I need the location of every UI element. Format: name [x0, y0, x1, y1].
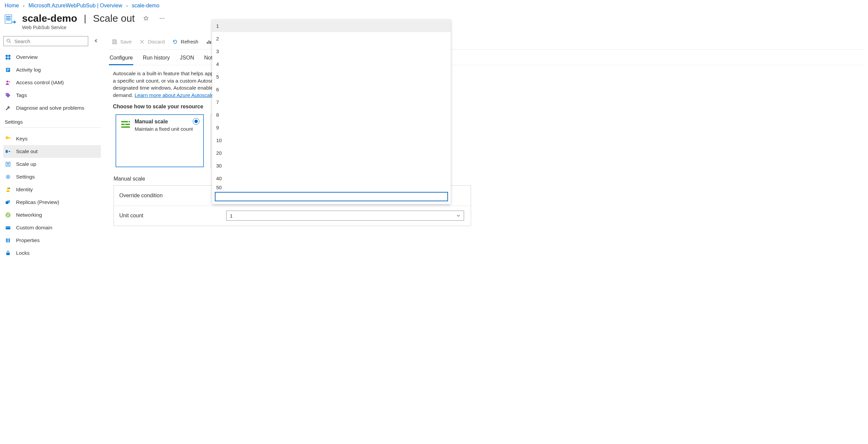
- svg-rect-46: [121, 124, 125, 125]
- page-title-name: scale-demo: [22, 13, 77, 24]
- svg-rect-2: [6, 16, 11, 17]
- sidebar-item-label: Identity: [16, 186, 33, 193]
- sidebar-item-label: Activity log: [16, 67, 41, 73]
- sidebar-item-keys[interactable]: Keys: [3, 132, 101, 145]
- refresh-button[interactable]: Refresh: [172, 39, 198, 45]
- sidebar-item-tags[interactable]: Tags: [3, 89, 101, 101]
- svg-rect-31: [7, 200, 10, 203]
- sidebar-item-props[interactable]: Properties: [3, 234, 101, 247]
- sidebar-item-network[interactable]: Networking: [3, 209, 101, 221]
- svg-rect-38: [8, 238, 9, 242]
- sidebar-item-overview[interactable]: Overview: [3, 51, 101, 63]
- grid-icon: [5, 54, 11, 61]
- breadcrumb-resource[interactable]: scale-demo: [132, 3, 159, 9]
- dropdown-option[interactable]: 8: [212, 108, 451, 121]
- dropdown-option[interactable]: 5: [212, 70, 451, 83]
- unit-count-value: 1: [230, 213, 232, 219]
- lock-icon: [5, 250, 11, 257]
- sidebar-item-label: Access control (IAM): [16, 80, 64, 86]
- discard-icon: [139, 39, 145, 45]
- save-icon: [112, 39, 118, 45]
- manual-scale-card[interactable]: Manual scale Maintain a fixed unit count: [116, 114, 204, 167]
- dropdown-option[interactable]: 4: [212, 58, 451, 70]
- tab-json[interactable]: JSON: [179, 53, 195, 65]
- unit-count-select[interactable]: 1: [226, 211, 464, 221]
- breadcrumb-overview[interactable]: Microsoft.AzureWebPubSub | Overview: [28, 3, 122, 9]
- svg-line-9: [10, 41, 11, 43]
- discard-button[interactable]: Discard: [139, 39, 165, 45]
- sidebar-item-scaleup[interactable]: Scale up: [3, 158, 101, 171]
- dropdown-option[interactable]: 10: [212, 134, 451, 146]
- more-actions-icon[interactable]: [157, 14, 167, 23]
- dropdown-option[interactable]: 6: [212, 83, 451, 96]
- breadcrumb: Home › Microsoft.AzureWebPubSub | Overvi…: [0, 0, 868, 11]
- sidebar-search-input[interactable]: [14, 38, 85, 45]
- sidebar-item-iam[interactable]: Access control (IAM): [3, 76, 101, 89]
- svg-point-7: [164, 18, 164, 19]
- dropdown-option[interactable]: 9: [212, 121, 451, 134]
- main-content: Save Discard Refresh Lo C: [101, 35, 868, 226]
- dropdown-option[interactable]: 3: [212, 45, 451, 58]
- page-subtitle: Web PubSub Service: [22, 25, 167, 30]
- sidebar-item-replicas[interactable]: Replicas (Preview): [3, 196, 101, 209]
- unit-count-dropdown[interactable]: 1234567891020304050: [212, 20, 451, 204]
- breadcrumb-sep-icon: ›: [126, 3, 128, 8]
- manual-scale-radio[interactable]: [193, 118, 199, 125]
- dropdown-option[interactable]: 1: [212, 20, 451, 32]
- sidebar-item-label: Overview: [16, 54, 38, 60]
- search-icon: [6, 38, 11, 44]
- svg-rect-40: [6, 253, 10, 255]
- bars-icon: [5, 237, 11, 244]
- svg-point-20: [6, 94, 7, 95]
- card-icon: [5, 224, 11, 231]
- dropdown-option[interactable]: 30: [212, 159, 451, 172]
- sidebar-item-locks[interactable]: Locks: [3, 247, 101, 260]
- page-title-page: Scale out: [93, 13, 135, 24]
- tag-icon: [5, 92, 11, 99]
- sidebar-item-activity[interactable]: Activity log: [3, 63, 101, 76]
- sidebar-item-label: Settings: [16, 174, 35, 180]
- sidebar-item-settings[interactable]: Settings: [3, 171, 101, 183]
- sidebar-item-label: Locks: [16, 250, 30, 256]
- favorite-star-icon[interactable]: [141, 14, 151, 23]
- svg-rect-24: [10, 138, 10, 139]
- dropdown-option[interactable]: 40: [212, 172, 451, 184]
- sidebar-item-identity[interactable]: Identity: [3, 183, 101, 196]
- svg-rect-25: [6, 150, 8, 153]
- svg-point-22: [7, 138, 8, 139]
- replicas-icon: [5, 199, 11, 206]
- svg-rect-37: [6, 238, 7, 242]
- svg-point-19: [9, 81, 10, 83]
- dropdown-option[interactable]: 7: [212, 96, 451, 108]
- svg-rect-12: [6, 58, 8, 60]
- breadcrumb-home[interactable]: Home: [5, 3, 19, 9]
- sidebar-item-label: Tags: [16, 92, 27, 98]
- refresh-label: Refresh: [181, 39, 198, 45]
- title-separator: |: [84, 13, 86, 24]
- sidebar-item-domain[interactable]: Custom domain: [3, 221, 101, 234]
- svg-rect-42: [209, 40, 210, 44]
- dropdown-option[interactable]: 50: [212, 184, 451, 190]
- svg-point-6: [162, 18, 162, 19]
- sidebar-item-scaleout[interactable]: Scale out: [3, 145, 101, 158]
- svg-rect-4: [6, 20, 11, 20]
- tab-configure[interactable]: Configure: [109, 53, 133, 65]
- save-button[interactable]: Save: [112, 39, 132, 45]
- sidebar-search[interactable]: [3, 36, 88, 46]
- svg-rect-45: [129, 121, 130, 122]
- svg-rect-43: [210, 41, 211, 44]
- dropdown-search-input[interactable]: [215, 192, 448, 201]
- sidebar-item-label: Networking: [16, 212, 42, 218]
- refresh-icon: [172, 39, 178, 45]
- svg-rect-48: [121, 126, 130, 128]
- tab-run-history[interactable]: Run history: [142, 53, 170, 65]
- collapse-sidebar-icon[interactable]: [92, 37, 101, 46]
- dropdown-option[interactable]: 20: [212, 146, 451, 159]
- gear-icon: [5, 174, 11, 180]
- sidebar-group-settings: Settings: [3, 114, 101, 127]
- learn-more-link[interactable]: Learn more about Azure Autoscale: [135, 92, 214, 98]
- svg-point-8: [7, 39, 10, 42]
- svg-point-5: [160, 18, 161, 19]
- sidebar-item-diag[interactable]: Diagnose and solve problems: [3, 101, 101, 114]
- dropdown-option[interactable]: 2: [212, 32, 451, 45]
